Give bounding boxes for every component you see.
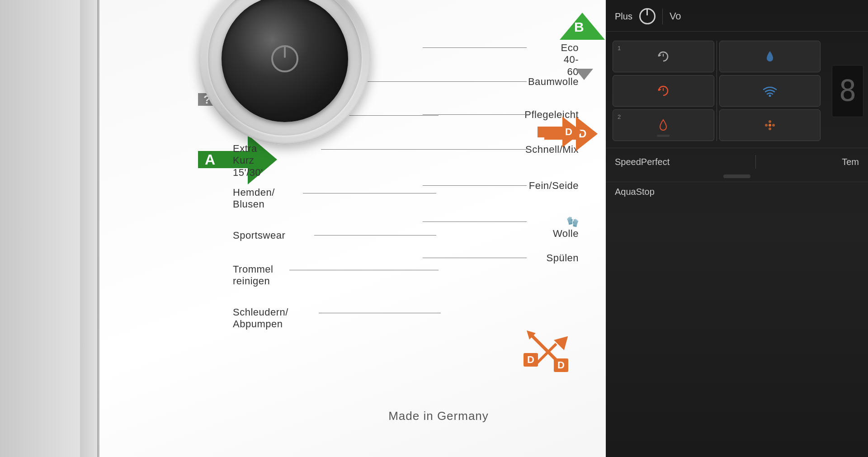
program-hemden-blusen[interactable]: Hemden/ Blusen [233,187,275,211]
program-spuelen[interactable]: Spülen [546,252,579,264]
segment-display: 8 [832,65,863,117]
button-spin-2[interactable] [613,75,714,107]
button-spin-1[interactable]: 1 [613,41,714,72]
spin2-icon [657,85,670,97]
button-wifi[interactable] [719,75,821,107]
program-extra-kurz[interactable]: Extra Kurz 15'/30' [233,143,263,179]
drip-icon [658,119,668,132]
rotary-knob[interactable] [199,0,371,145]
svg-point-6 [769,120,771,123]
svg-point-7 [769,127,771,130]
wifi-icon [763,85,777,97]
button-water[interactable] [719,41,821,72]
d-diagonal-label: D [557,359,565,371]
aqua-stop-section: AquaStop [606,182,868,202]
svg-point-9 [772,124,775,127]
a-arrow-label: A [205,151,215,168]
panel-top-text: Plus [615,11,632,22]
speed-perfect-label[interactable]: SpeedPerfect [615,157,670,167]
button-drip[interactable]: 2 [613,109,714,141]
panel-divider-2 [755,155,756,169]
program-wolle[interactable]: 🧤 Wolle [553,216,579,240]
d-arrow-indicator: D [538,117,582,147]
gray-indicator-arrow [575,69,593,80]
b-arrow: B [560,13,605,40]
program-sportswear[interactable]: Sportswear [233,230,285,241]
door-frame-inner [80,0,98,457]
svg-point-5 [769,124,771,127]
aqua-stop-label[interactable]: AquaStop [615,187,655,197]
water-icon [765,50,775,63]
door-frame [0,0,99,457]
power-button[interactable] [639,8,656,24]
control-panel: Plus Vo 1 [606,0,868,457]
svg-point-4 [769,95,771,97]
program-baumwolle[interactable]: Baumwolle [528,76,579,88]
green-indicator [657,135,670,137]
program-fein-seide[interactable]: Fein/Seide [529,180,579,192]
spin-icon [657,50,670,63]
vol-text: Vo [670,10,681,22]
power-symbol [271,45,298,72]
svg-point-8 [765,124,768,127]
made-in-germany: Made in Germany [388,409,489,423]
program-trommel-reinigen[interactable]: Trommel reinigen [233,264,273,287]
gray-indicator-container [606,174,868,178]
d-arrow-diagonal: D [523,327,568,372]
panel-divider-1 [662,9,663,24]
program-schleudern[interactable]: Schleudern/ Abpumpen [233,306,288,330]
temp-label: Tem [842,157,859,167]
washing-machine-panel: ? A Automatik AllergiePlus [0,0,868,457]
b-label: B [574,19,584,35]
gray-bar-indicator [723,174,750,178]
speed-perfect-section: SpeedPerfect Tem [606,148,868,171]
button-flower[interactable] [719,109,821,141]
flower-icon [764,119,776,131]
